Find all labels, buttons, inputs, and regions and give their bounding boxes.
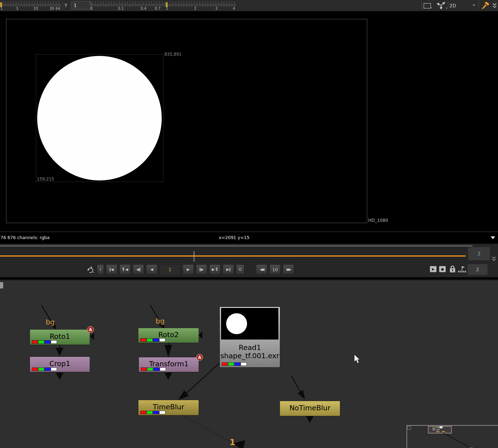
viewer-toolbar: 1 3 10 30 64 Y 1 0 0.1 0.4 0.7 1 2 3 4 2… xyxy=(0,0,498,12)
node-label: TimeBlur xyxy=(138,403,199,411)
channel-strip xyxy=(222,362,247,366)
prev-keyframe-button[interactable]: ◀ xyxy=(119,264,131,275)
node-label: Roto2 xyxy=(138,331,199,339)
goto-end-button[interactable]: ▶ xyxy=(223,264,234,275)
node-notimeblur[interactable]: NoTimeBlur xyxy=(280,401,340,416)
gain-tick-label: 3 xyxy=(16,6,18,11)
gain-tick-label: 1 xyxy=(0,6,3,11)
toolbar-divider xyxy=(63,1,63,9)
frame-range-ruler-icon[interactable] xyxy=(457,265,467,273)
gamma-y-label: Y xyxy=(64,3,67,8)
status-dropdown-icon[interactable] xyxy=(491,236,495,239)
play-backward-button[interactable]: ◀ xyxy=(146,264,157,275)
roi-dropdown-icon[interactable] xyxy=(430,7,432,8)
current-frame-field[interactable]: 1 xyxy=(159,264,180,275)
pan-dropdown-icon[interactable] xyxy=(446,8,448,9)
nuke-application-window: { "toolbar": { "gain_labels": ["1", "3",… xyxy=(0,0,498,448)
frame-increment-field[interactable]: 10 xyxy=(269,264,280,275)
read1-filename-label: shape_tf.001.exr xyxy=(220,352,280,360)
eyedropper-icon[interactable] xyxy=(482,2,490,9)
step-back-button[interactable]: ◀ xyxy=(133,264,144,275)
node-graph-minimap[interactable] xyxy=(406,425,498,448)
gamma-slider-track[interactable] xyxy=(90,5,236,6)
viewer-status-bar: 76 676 channels: rgba x=2091 y=15 xyxy=(0,232,498,244)
play-forward-button[interactable]: ▶ xyxy=(183,264,194,275)
input-number-label: 1 xyxy=(230,437,235,447)
step-forward-button[interactable]: ▶ xyxy=(196,264,207,275)
toolbar-divider xyxy=(448,1,448,9)
set-in-point-button[interactable]: I xyxy=(97,264,104,275)
minimap-wire xyxy=(407,426,478,448)
node-timeblur[interactable]: TimeBlur xyxy=(138,400,199,416)
mouse-cursor xyxy=(354,354,361,364)
gain-slider-ticks xyxy=(0,1,61,4)
read1-thumbnail xyxy=(221,308,279,339)
gain-tick-label: 64 xyxy=(55,6,60,11)
view-mode-select[interactable]: 2D xyxy=(449,3,456,9)
gain-tick-label: 10 xyxy=(33,6,38,11)
timeline-range-bar[interactable] xyxy=(0,255,466,256)
gamma-tick-label: 2 xyxy=(194,6,197,11)
node-roto2[interactable]: Roto2 xyxy=(138,328,199,343)
timeline-scroll-strip[interactable] xyxy=(0,245,472,247)
gamma-tick-label: 3 xyxy=(215,6,218,11)
animated-badge: A xyxy=(196,354,203,361)
gamma-slider-ticks xyxy=(90,1,236,4)
node-label: Roto1 xyxy=(30,332,90,340)
toolbar-divider xyxy=(479,1,479,9)
gamma-tick-label: 0.4 xyxy=(140,6,146,11)
jump-back-increment-button[interactable]: ◀◀ xyxy=(256,264,267,275)
node-label: Transform1 xyxy=(139,360,199,368)
jump-forward-increment-button[interactable]: ▶▶ xyxy=(283,264,294,275)
bg-input-label: bg xyxy=(156,317,165,325)
gain-tick-label: 30 xyxy=(49,6,54,11)
lock-range-icon[interactable] xyxy=(449,265,456,273)
playback-loop-mode-icon[interactable] xyxy=(87,266,95,273)
thumbnail-circle xyxy=(226,313,247,334)
channel-strip xyxy=(140,338,165,342)
playhead-marker[interactable] xyxy=(194,251,194,258)
node-label: Crop1 xyxy=(30,359,90,368)
set-out-point-button[interactable]: O xyxy=(236,264,244,275)
node-roto1[interactable]: Roto1 xyxy=(30,329,90,345)
bbox-bottomleft-coords: 159,215 xyxy=(37,176,54,181)
node-graph-panel[interactable]: bg bg Roto1 A Crop1 Roto2 Transform1 A R… xyxy=(0,279,498,448)
node-crop1[interactable]: Crop1 xyxy=(30,356,90,372)
timeline-panel: 2 2 I ◀ ◀ ◀ ◀ 1 ▶ ▶ ▶ ▶ O xyxy=(0,244,498,277)
next-keyframe-button[interactable]: ▶ xyxy=(209,264,220,275)
gain-value-input[interactable]: 1 xyxy=(71,1,92,10)
channels-status-text: 76 676 channels: rgba xyxy=(0,235,50,240)
node-label: Read1 xyxy=(220,343,280,352)
channel-strip xyxy=(140,411,165,414)
roi-marquee-icon[interactable] xyxy=(424,3,431,9)
node-label: NoTimeBlur xyxy=(280,404,340,412)
timeline-collapse-chevron-icon[interactable] xyxy=(492,256,496,262)
gamma-tick-label: 1 xyxy=(166,6,168,11)
channel-strip xyxy=(32,368,57,371)
gamma-tick-label: 0.7 xyxy=(155,6,160,11)
pointer-coords-text: x=2091 y=15 xyxy=(219,235,249,240)
goto-start-button[interactable]: ◀ xyxy=(106,264,117,275)
transport-controls: I ◀ ◀ ◀ ◀ 1 ▶ ▶ ▶ ▶ O ◀◀ 10 ▶▶ xyxy=(87,264,294,275)
collapse-double-chevron-icon[interactable] xyxy=(492,3,497,9)
playback-play-toggle-icon[interactable]: ▶ xyxy=(430,266,436,272)
playback-rate-field[interactable]: 2 xyxy=(467,264,488,275)
node-read1[interactable]: Read1 shape_tf.001.exr xyxy=(219,307,280,368)
animated-badge: A xyxy=(87,326,94,333)
pan-3d-arrows-icon[interactable] xyxy=(437,2,446,9)
playback-record-icon[interactable]: ● xyxy=(439,266,446,272)
gain-slider-track[interactable] xyxy=(0,5,61,6)
toolbar-divider xyxy=(422,1,422,9)
channel-strip xyxy=(32,340,57,344)
gamma-tick-label: 0 xyxy=(90,6,93,11)
gamma-tick-label: 0.1 xyxy=(118,6,124,11)
node-transform1[interactable]: Transform1 xyxy=(139,357,199,372)
range-end-field[interactable]: 2 xyxy=(468,247,490,260)
format-name-label: HD_1080 xyxy=(368,218,388,223)
playhead-frame-label: 2 xyxy=(192,258,196,262)
bounding-box-outline xyxy=(36,54,163,182)
view-mode-dropdown-icon[interactable] xyxy=(473,5,475,6)
viewer-canvas[interactable]: 835,891 159,215 HD_1080 xyxy=(0,11,498,232)
channel-strip xyxy=(141,368,166,371)
bbox-topright-coords: 835,891 xyxy=(164,52,181,57)
